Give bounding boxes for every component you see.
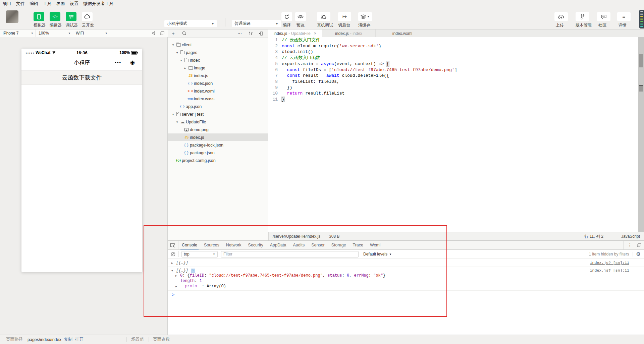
menu-project[interactable]: 项目 — [3, 1, 15, 7]
tree-item-client[interactable]: ▾client — [168, 41, 268, 49]
preview-button[interactable]: 预览 — [295, 12, 306, 28]
detach-window-icon[interactable] — [160, 31, 164, 35]
devtools-tab-console[interactable]: Console — [178, 241, 201, 249]
tree-item-index-wxss[interactable]: wxssindex.wxss — [168, 95, 268, 103]
sort-icon[interactable] — [248, 32, 253, 35]
devtools-tab-appdata[interactable]: AppData — [267, 241, 290, 249]
menu-tools[interactable]: 工具 — [43, 1, 56, 7]
search-icon[interactable] — [182, 31, 186, 36]
compile-button[interactable]: 编译 — [281, 12, 292, 28]
kebab-menu-icon[interactable]: ⋮ — [628, 242, 632, 248]
menu-view[interactable]: 界面 — [56, 1, 69, 7]
page-params-tab[interactable]: 页面参数 — [153, 337, 170, 342]
scrollbar-thumb[interactable] — [639, 54, 643, 67]
user-avatar[interactable] — [6, 10, 18, 23]
menu-edit[interactable]: 编辑 — [30, 1, 42, 7]
cursor-position[interactable]: 行 11, 列 2 — [585, 234, 609, 239]
tree-item-index-js[interactable]: JSindex.js — [168, 133, 268, 141]
devtools-tab-wxml[interactable]: Wxml — [367, 241, 384, 249]
tree-expand-arrow[interactable]: ▾ — [171, 43, 175, 47]
scrollbar-thumb[interactable] — [639, 85, 643, 92]
simulator-button[interactable]: 模拟器 — [34, 12, 44, 28]
expand-arrow-icon[interactable]: ▼ — [171, 269, 176, 272]
phone-preview[interactable]: ●●●●● WeChat 16:36 100% 小程序 ••• ◉ 云函数下载文… — [21, 49, 142, 272]
cloud-dev-button[interactable]: 云开发 — [82, 12, 93, 28]
console-object-property[interactable]: ▶0: {fileID: "cloud://test-f97abe.7465-t… — [175, 273, 644, 278]
tree-expand-arrow[interactable]: ▾ — [179, 59, 183, 62]
source-link[interactable]: index.js? [sm]:11 — [590, 261, 629, 265]
console-prompt[interactable]: > — [168, 291, 644, 297]
more-dots-icon[interactable]: ••• — [115, 60, 121, 65]
tree-expand-arrow[interactable]: ▸ — [183, 66, 187, 70]
devtools-tab-sources[interactable]: Sources — [201, 241, 223, 249]
devtools-tab-storage[interactable]: Storage — [328, 241, 350, 249]
add-file-icon[interactable]: + — [172, 31, 175, 36]
expand-arrow-icon[interactable]: ▶ — [171, 262, 176, 265]
object-preview[interactable]: [{…}] — [176, 268, 188, 273]
tree-item-index[interactable]: ▾index — [168, 56, 268, 64]
tree-item-app-json[interactable]: { }app.json — [168, 103, 268, 110]
inspect-element-icon[interactable] — [168, 241, 178, 249]
tab-index-js-updatefile[interactable]: index.js - UpdateFile × — [268, 30, 322, 37]
mode-select[interactable]: 小程序模式 ▼ — [164, 20, 217, 27]
network-select[interactable]: WiFi ▾ — [73, 30, 110, 37]
tree-item-demo-png[interactable]: demo.png — [168, 126, 268, 133]
device-select[interactable]: iPhone 7 ▾ — [0, 30, 36, 37]
code-area[interactable]: 1// 云函数入口文件2const cloud = require('wx-se… — [268, 37, 638, 232]
tree-item-project-config-json[interactable]: {o}project.config.json — [168, 157, 268, 164]
speaker-icon[interactable] — [152, 31, 157, 35]
open-link[interactable]: 打开 — [75, 337, 84, 342]
editor-scrollbar[interactable] — [638, 37, 644, 232]
tree-item-index-wxml[interactable]: < >index.wxml — [168, 87, 268, 95]
tree-expand-arrow[interactable]: ▾ — [175, 51, 179, 54]
background-switch-button[interactable]: ↦ 切后台 — [338, 12, 349, 28]
gear-icon[interactable]: ⚙ — [636, 251, 641, 257]
devtools-tab-trace[interactable]: Trace — [350, 241, 367, 249]
tab-index-js-index[interactable]: index.js - index — [322, 30, 376, 37]
dock-side-icon[interactable] — [637, 243, 641, 247]
expand-arrow-icon[interactable]: ▶ — [175, 274, 180, 277]
tab-index-wxml[interactable]: index.wxml — [376, 30, 429, 37]
tree-expand-arrow[interactable]: ▾ — [175, 120, 179, 124]
remote-debug-button[interactable]: 真机调试 — [317, 12, 328, 28]
tree-item-image[interactable]: ▸image — [168, 64, 268, 72]
menu-settings[interactable]: 设置 — [70, 1, 83, 7]
tree-item-updatefile[interactable]: ▾☁UpdateFile — [168, 118, 268, 126]
tree-expand-arrow[interactable]: ▾ — [171, 113, 175, 116]
filter-input[interactable] — [221, 251, 359, 257]
console-object-property[interactable]: ▶__proto__: Array(0) — [175, 284, 644, 289]
details-button[interactable]: ≡ 详情 — [617, 12, 628, 28]
devtools-tab-network[interactable]: Network — [223, 241, 245, 249]
levels-select[interactable]: Default levels ▼ — [363, 252, 392, 256]
devtools-tab-security[interactable]: Security — [245, 241, 267, 249]
devtools-tab-audits[interactable]: Audits — [289, 241, 308, 249]
tree-item-package-json[interactable]: { }package.json — [168, 149, 268, 157]
devtools-tab-sensor[interactable]: Sensor — [308, 241, 328, 249]
scene-value-tab[interactable]: 场景值 — [131, 337, 144, 342]
tree-item-server-test[interactable]: ▾☁server | test — [168, 110, 268, 118]
console-object-property[interactable]: length: 1 — [175, 278, 644, 284]
language-mode[interactable]: JavaScript — [609, 234, 644, 239]
cloud-download-button[interactable]: 云函数下载文件 — [21, 70, 142, 85]
menu-file[interactable]: 文件 — [16, 1, 29, 7]
tree-item-pages[interactable]: ▾pages — [168, 49, 268, 56]
more-icon[interactable]: ⋯ — [237, 31, 242, 36]
tree-item-package-lock-json[interactable]: { }package-lock.json — [168, 141, 268, 149]
version-control-button[interactable]: 版本管理 — [576, 12, 586, 28]
upload-button[interactable]: 上传 — [554, 12, 565, 28]
copy-link[interactable]: 复制 — [64, 337, 72, 342]
menu-devtools[interactable]: 微信开发者工具 — [83, 1, 118, 7]
compile-mode-select[interactable]: 普通编译 ▼ — [232, 20, 281, 27]
clear-console-icon[interactable] — [168, 251, 179, 257]
tree-item-index-js[interactable]: JSindex.js — [168, 72, 268, 79]
zoom-select[interactable]: 100% ▾ — [36, 30, 73, 37]
debugger-button[interactable]: 调试器 — [66, 12, 76, 28]
editor-button[interactable]: </> 编辑器 — [50, 12, 60, 28]
collapse-all-icon[interactable] — [259, 32, 263, 36]
capsule-target-icon[interactable]: ◉ — [130, 59, 135, 65]
context-select[interactable]: top ▼ — [181, 251, 218, 257]
object-preview[interactable]: [{…}] — [176, 261, 188, 265]
expand-arrow-icon[interactable]: ▶ — [175, 285, 180, 288]
tree-item-index-json[interactable]: { }index.json — [168, 79, 268, 87]
community-button[interactable]: 社区 — [597, 12, 608, 28]
